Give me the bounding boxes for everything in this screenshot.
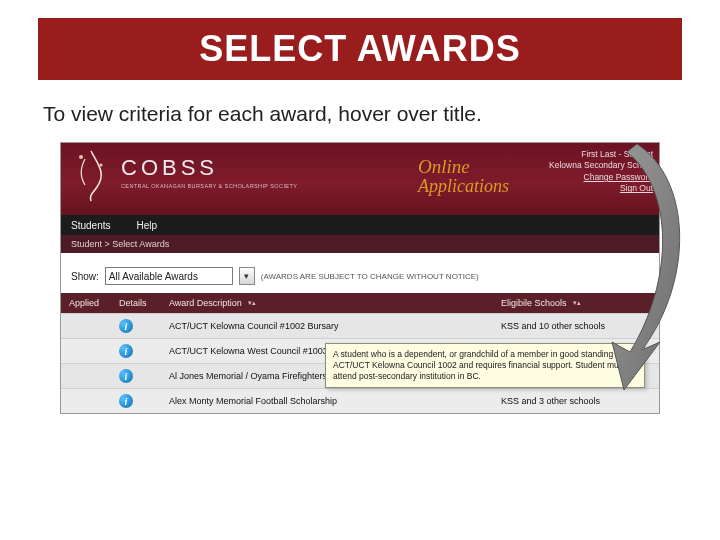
slide-title-bar: SELECT AWARDS bbox=[38, 18, 682, 80]
sign-out-link[interactable]: Sign Out bbox=[549, 183, 653, 194]
info-icon[interactable]: i bbox=[119, 394, 133, 408]
svg-point-0 bbox=[79, 155, 83, 159]
logo-mark-icon bbox=[67, 147, 115, 203]
user-school: Kelowna Secondary School bbox=[549, 160, 653, 171]
change-password-link[interactable]: Change Password bbox=[549, 172, 653, 183]
awards-table-header: Applied Details Award Description ▾▴ Eli… bbox=[61, 293, 659, 313]
info-icon[interactable]: i bbox=[119, 344, 133, 358]
filter-note: (AWARDS ARE SUBJECT TO CHANGE WITHOUT NO… bbox=[261, 272, 479, 281]
nav-help[interactable]: Help bbox=[136, 220, 157, 231]
svg-point-1 bbox=[99, 163, 102, 166]
award-elig: KSS and 3 other schools bbox=[501, 396, 651, 406]
col-eligible-schools: Eligibile Schools bbox=[501, 298, 567, 308]
sort-icon[interactable]: ▾▴ bbox=[573, 299, 581, 307]
slide-instruction: To view criteria for each award, hover o… bbox=[43, 102, 682, 126]
filter-label: Show: bbox=[71, 271, 99, 282]
apps-title: Online Applications bbox=[418, 157, 509, 195]
award-elig: KSS and 10 other schools bbox=[501, 321, 651, 331]
user-info: First Last - Student Kelowna Secondary S… bbox=[549, 149, 653, 195]
filter-select[interactable]: All Available Awards bbox=[105, 267, 233, 285]
sort-icon[interactable]: ▾▴ bbox=[248, 299, 256, 307]
brand-subtitle: CENTRAL OKANAGAN BURSARY & SCHOLARSHIP S… bbox=[121, 183, 297, 189]
apps-line2: Applications bbox=[418, 177, 509, 195]
main-nav: Students Help bbox=[61, 215, 659, 235]
col-details: Details bbox=[119, 298, 169, 308]
award-title[interactable]: Alex Monty Memorial Football Scholarship bbox=[169, 396, 501, 406]
breadcrumb: Student > Select Awards bbox=[61, 235, 659, 253]
hover-tooltip: A student who is a dependent, or grandch… bbox=[325, 343, 645, 388]
brand-logo: COBSS CENTRAL OKANAGAN BURSARY & SCHOLAR… bbox=[67, 147, 297, 203]
user-name: First Last - Student bbox=[549, 149, 653, 160]
apps-line1: Online bbox=[418, 157, 509, 176]
nav-students[interactable]: Students bbox=[71, 220, 110, 231]
filter-row: Show: All Available Awards ▾ (AWARDS ARE… bbox=[61, 259, 659, 293]
table-row: i ACT/UCT Kelowna Council #1002 Bursary … bbox=[61, 313, 659, 338]
slide-title: SELECT AWARDS bbox=[52, 28, 668, 70]
chevron-down-icon: ▾ bbox=[244, 271, 249, 281]
app-banner: COBSS CENTRAL OKANAGAN BURSARY & SCHOLAR… bbox=[61, 143, 659, 215]
filter-selected-value: All Available Awards bbox=[109, 271, 198, 282]
brand-name: COBSS bbox=[121, 155, 297, 181]
award-title[interactable]: ACT/UCT Kelowna Council #1002 Bursary bbox=[169, 321, 501, 331]
col-award-description: Award Description bbox=[169, 298, 242, 308]
app-screenshot: COBSS CENTRAL OKANAGAN BURSARY & SCHOLAR… bbox=[60, 142, 660, 414]
col-applied: Applied bbox=[69, 298, 119, 308]
table-row: i Alex Monty Memorial Football Scholarsh… bbox=[61, 388, 659, 413]
info-icon[interactable]: i bbox=[119, 319, 133, 333]
filter-dropdown-button[interactable]: ▾ bbox=[239, 267, 255, 285]
info-icon[interactable]: i bbox=[119, 369, 133, 383]
content-body: Show: All Available Awards ▾ (AWARDS ARE… bbox=[61, 253, 659, 413]
